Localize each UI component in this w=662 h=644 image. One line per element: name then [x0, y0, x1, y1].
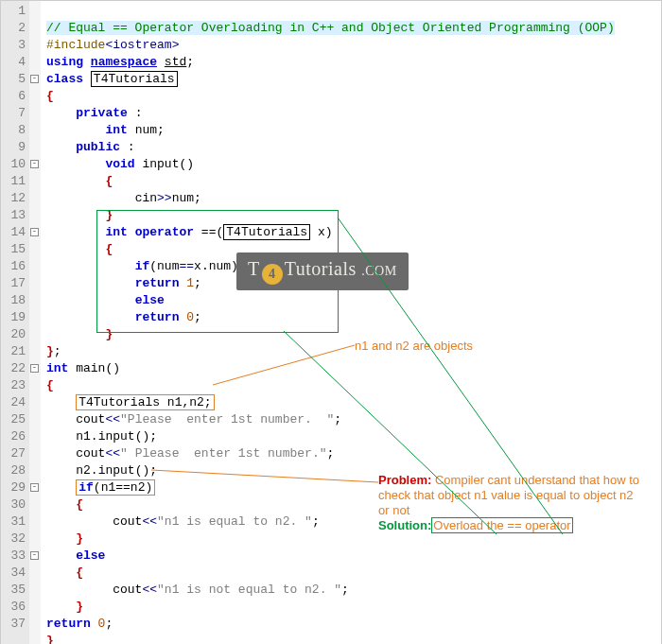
- fold-toggle-icon[interactable]: -: [30, 228, 39, 236]
- code-token: " Please enter 1st number.": [120, 446, 326, 461]
- code-token: else: [76, 548, 105, 563]
- code-token: x: [194, 259, 201, 273]
- line-number: 30: [3, 496, 26, 513]
- fold-toggle-icon[interactable]: -: [30, 75, 39, 83]
- line-number: 5: [3, 71, 26, 88]
- code-token: namespace: [91, 55, 157, 69]
- code-token: return: [135, 276, 180, 290]
- line-number: 17: [3, 275, 26, 292]
- line-number: 34: [3, 565, 26, 582]
- annotation-solution-text: Overload the == operator: [431, 517, 572, 533]
- line-number: 10: [3, 156, 26, 173]
- code-area: // Equal == Operator Overloading in C++ …: [41, 1, 661, 644]
- line-number: 25: [3, 411, 26, 428]
- watermark-text: Tutorials: [285, 258, 357, 279]
- code-token: input: [98, 463, 135, 478]
- fold-toggle-icon[interactable]: -: [30, 551, 39, 560]
- watermark-badge: 4: [262, 264, 283, 285]
- code-token: n1: [76, 429, 91, 444]
- code-token: "Please enter 1st number. ": [120, 412, 334, 426]
- code-token: private: [76, 106, 128, 120]
- line-number: 24: [3, 394, 26, 411]
- code-token: return: [135, 310, 180, 324]
- watermark-text: T: [248, 258, 260, 279]
- line-number: 11: [3, 173, 26, 190]
- code-token: cout: [113, 514, 142, 529]
- code-token: <iostream>: [105, 38, 179, 52]
- annotation-solution-label: Solution:: [378, 518, 431, 532]
- line-number: 9: [3, 139, 26, 156]
- code-token: if: [78, 480, 94, 495]
- line-number: 12: [3, 190, 26, 207]
- line-number: 37: [3, 616, 26, 633]
- watermark-suffix: .COM: [361, 264, 396, 278]
- line-number: 21: [3, 343, 26, 360]
- watermark: T4Tutorials .COM: [236, 252, 409, 290]
- code-token: "n1 is equal to n2. ": [157, 514, 312, 529]
- line-number: 14: [3, 224, 26, 241]
- code-token: operator: [135, 225, 194, 239]
- annotation-objects: n1 and n2 are objects: [355, 339, 473, 354]
- line-number: 6: [3, 88, 26, 105]
- line-number: 1: [3, 3, 26, 20]
- fold-column: ------: [29, 1, 41, 644]
- code-token: n1,n2;: [160, 395, 212, 409]
- code-token: if: [135, 259, 150, 273]
- code-token: 0: [91, 617, 106, 631]
- code-token: using: [46, 55, 83, 69]
- code-token: "n1 is not equal to n2. ": [157, 583, 341, 597]
- line-number: 8: [3, 122, 26, 139]
- line-number: 23: [3, 377, 26, 394]
- code-token: n1==n2: [101, 480, 146, 495]
- code-token: public: [76, 140, 120, 154]
- fold-toggle-icon[interactable]: -: [30, 483, 39, 492]
- code-token: 1: [179, 276, 194, 290]
- fold-toggle-icon[interactable]: -: [30, 364, 39, 373]
- line-number: 2: [3, 20, 26, 37]
- code-token: std: [165, 55, 186, 69]
- var-decl-boxed: T4Tutorials n1,n2;: [76, 394, 214, 410]
- code-token: cout: [113, 583, 142, 597]
- code-token: num: [172, 191, 194, 205]
- code-token: input: [135, 157, 180, 171]
- line-number: 31: [3, 513, 26, 531]
- line-number: 7: [3, 105, 26, 122]
- line-number: 33: [3, 548, 26, 565]
- line-number: 18: [3, 292, 26, 309]
- line-number: 20: [3, 326, 26, 343]
- code-comment: // Equal == Operator Overloading in C++ …: [46, 21, 615, 35]
- fold-toggle-icon[interactable]: -: [30, 160, 39, 168]
- line-number: 29: [3, 479, 26, 496]
- line-number: 13: [3, 207, 26, 224]
- line-number: 28: [3, 462, 26, 479]
- code-token: num: [128, 123, 157, 137]
- code-token: void: [105, 157, 134, 171]
- code-token: 0: [179, 310, 194, 324]
- if-cond-boxed: if(n1==n2): [76, 479, 155, 496]
- line-number: 16: [3, 258, 26, 275]
- line-number: 27: [3, 445, 26, 462]
- class-name-boxed: T4Tutorials: [91, 71, 178, 87]
- code-token: num: [157, 259, 179, 273]
- code-token: num: [209, 259, 231, 273]
- code-token: input: [98, 429, 135, 444]
- param-type-boxed: T4Tutorials: [223, 224, 310, 240]
- code-editor: 1234567891011121314151617181920212223242…: [0, 0, 662, 644]
- code-token: class: [46, 72, 83, 86]
- code-token: #include: [46, 38, 105, 52]
- code-token: cout: [76, 446, 105, 461]
- annotation-problem: Problem: Compiler cant understand that h…: [378, 473, 643, 533]
- code-token: cout: [76, 412, 105, 426]
- code-token: return: [46, 617, 91, 631]
- code-token: int: [105, 123, 127, 137]
- code-token: n2: [76, 463, 91, 478]
- code-token: T4Tutorials: [78, 395, 160, 409]
- line-number: 22: [3, 360, 26, 377]
- code-token: ==: [194, 225, 216, 239]
- code-token: else: [135, 293, 165, 307]
- annotation-problem-label: Problem:: [378, 473, 431, 487]
- line-number-gutter: 1234567891011121314151617181920212223242…: [1, 1, 29, 644]
- line-number: 4: [3, 54, 26, 71]
- line-number: 26: [3, 428, 26, 445]
- code-token: int: [105, 225, 127, 239]
